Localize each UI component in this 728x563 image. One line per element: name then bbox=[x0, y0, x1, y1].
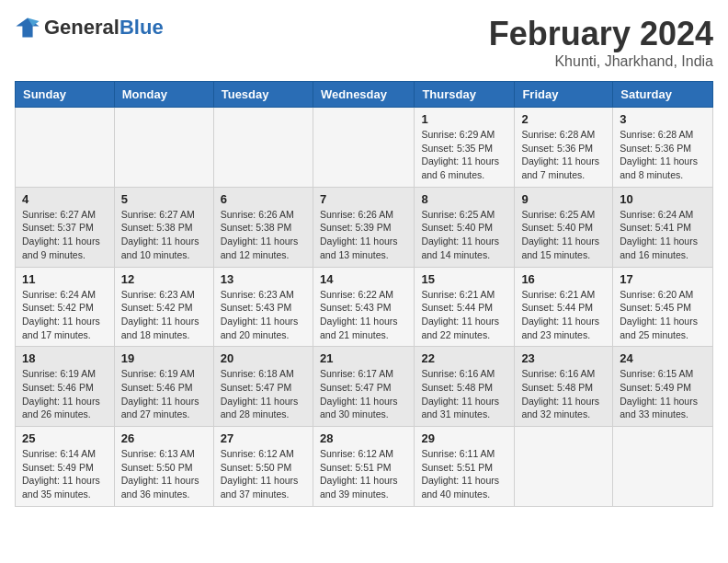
calendar-week-row: 4Sunrise: 6:27 AM Sunset: 5:37 PM Daylig… bbox=[16, 187, 713, 267]
day-info: Sunrise: 6:18 AM Sunset: 5:47 PM Dayligh… bbox=[221, 367, 306, 421]
day-info: Sunrise: 6:19 AM Sunset: 5:46 PM Dayligh… bbox=[22, 367, 108, 421]
calendar-cell bbox=[114, 108, 213, 188]
day-number: 26 bbox=[121, 431, 207, 445]
day-info: Sunrise: 6:23 AM Sunset: 5:43 PM Dayligh… bbox=[221, 288, 306, 342]
day-info: Sunrise: 6:11 AM Sunset: 5:51 PM Dayligh… bbox=[421, 447, 507, 501]
day-info: Sunrise: 6:21 AM Sunset: 5:44 PM Dayligh… bbox=[521, 288, 606, 342]
day-info: Sunrise: 6:27 AM Sunset: 5:38 PM Dayligh… bbox=[121, 208, 207, 262]
day-info: Sunrise: 6:12 AM Sunset: 5:51 PM Dayligh… bbox=[320, 447, 407, 501]
day-info: Sunrise: 6:26 AM Sunset: 5:38 PM Dayligh… bbox=[221, 208, 306, 262]
calendar-cell: 11Sunrise: 6:24 AM Sunset: 5:42 PM Dayli… bbox=[16, 267, 115, 347]
day-number: 1 bbox=[421, 112, 507, 126]
day-info: Sunrise: 6:19 AM Sunset: 5:46 PM Dayligh… bbox=[121, 367, 207, 421]
day-info: Sunrise: 6:24 AM Sunset: 5:42 PM Dayligh… bbox=[22, 288, 108, 342]
day-info: Sunrise: 6:27 AM Sunset: 5:37 PM Dayligh… bbox=[22, 208, 108, 262]
day-number: 11 bbox=[22, 272, 108, 286]
calendar-cell: 6Sunrise: 6:26 AM Sunset: 5:38 PM Daylig… bbox=[213, 187, 313, 267]
day-info: Sunrise: 6:25 AM Sunset: 5:40 PM Dayligh… bbox=[421, 208, 507, 262]
calendar-cell bbox=[515, 427, 613, 507]
day-number: 7 bbox=[320, 192, 407, 206]
day-info: Sunrise: 6:12 AM Sunset: 5:50 PM Dayligh… bbox=[221, 447, 306, 501]
day-number: 12 bbox=[121, 272, 207, 286]
day-info: Sunrise: 6:15 AM Sunset: 5:49 PM Dayligh… bbox=[620, 367, 706, 421]
calendar-header-tuesday: Tuesday bbox=[213, 82, 313, 108]
calendar-cell: 20Sunrise: 6:18 AM Sunset: 5:47 PM Dayli… bbox=[213, 347, 313, 427]
day-info: Sunrise: 6:22 AM Sunset: 5:43 PM Dayligh… bbox=[320, 288, 407, 342]
day-number: 24 bbox=[620, 351, 706, 365]
day-number: 3 bbox=[620, 112, 706, 126]
calendar-cell: 23Sunrise: 6:16 AM Sunset: 5:48 PM Dayli… bbox=[515, 347, 613, 427]
logo-text: GeneralBlue bbox=[44, 17, 164, 39]
calendar-header-sunday: Sunday bbox=[16, 82, 115, 108]
calendar-cell: 15Sunrise: 6:21 AM Sunset: 5:44 PM Dayli… bbox=[415, 267, 515, 347]
day-info: Sunrise: 6:14 AM Sunset: 5:49 PM Dayligh… bbox=[22, 447, 108, 501]
calendar-cell: 18Sunrise: 6:19 AM Sunset: 5:46 PM Dayli… bbox=[16, 347, 115, 427]
calendar-cell: 4Sunrise: 6:27 AM Sunset: 5:37 PM Daylig… bbox=[16, 187, 115, 267]
calendar-week-row: 18Sunrise: 6:19 AM Sunset: 5:46 PM Dayli… bbox=[16, 347, 713, 427]
logo: GeneralBlue bbox=[15, 15, 164, 40]
calendar-cell: 27Sunrise: 6:12 AM Sunset: 5:50 PM Dayli… bbox=[213, 427, 313, 507]
day-number: 9 bbox=[521, 192, 606, 206]
day-number: 5 bbox=[121, 192, 207, 206]
day-number: 22 bbox=[421, 351, 507, 365]
calendar-header-saturday: Saturday bbox=[613, 82, 713, 108]
day-number: 23 bbox=[521, 351, 606, 365]
calendar-cell: 10Sunrise: 6:24 AM Sunset: 5:41 PM Dayli… bbox=[613, 187, 713, 267]
calendar-cell bbox=[16, 108, 115, 188]
calendar-cell: 21Sunrise: 6:17 AM Sunset: 5:47 PM Dayli… bbox=[313, 347, 414, 427]
calendar-cell: 2Sunrise: 6:28 AM Sunset: 5:36 PM Daylig… bbox=[515, 108, 613, 188]
day-number: 18 bbox=[22, 351, 108, 365]
day-info: Sunrise: 6:13 AM Sunset: 5:50 PM Dayligh… bbox=[121, 447, 207, 501]
calendar-cell: 24Sunrise: 6:15 AM Sunset: 5:49 PM Dayli… bbox=[613, 347, 713, 427]
day-info: Sunrise: 6:25 AM Sunset: 5:40 PM Dayligh… bbox=[521, 208, 606, 262]
day-number: 2 bbox=[521, 112, 606, 126]
day-number: 21 bbox=[320, 351, 407, 365]
calendar-cell: 14Sunrise: 6:22 AM Sunset: 5:43 PM Dayli… bbox=[313, 267, 414, 347]
day-number: 8 bbox=[421, 192, 507, 206]
day-number: 4 bbox=[22, 192, 108, 206]
calendar-header-thursday: Thursday bbox=[415, 82, 515, 108]
calendar-week-row: 25Sunrise: 6:14 AM Sunset: 5:49 PM Dayli… bbox=[16, 427, 713, 507]
calendar-cell: 9Sunrise: 6:25 AM Sunset: 5:40 PM Daylig… bbox=[515, 187, 613, 267]
day-info: Sunrise: 6:16 AM Sunset: 5:48 PM Dayligh… bbox=[521, 367, 606, 421]
day-number: 16 bbox=[521, 272, 606, 286]
day-number: 6 bbox=[221, 192, 306, 206]
calendar-cell bbox=[313, 108, 414, 188]
calendar-week-row: 1Sunrise: 6:29 AM Sunset: 5:35 PM Daylig… bbox=[16, 108, 713, 188]
day-info: Sunrise: 6:17 AM Sunset: 5:47 PM Dayligh… bbox=[320, 367, 407, 421]
day-info: Sunrise: 6:26 AM Sunset: 5:39 PM Dayligh… bbox=[320, 208, 407, 262]
calendar-header-friday: Friday bbox=[515, 82, 613, 108]
day-number: 25 bbox=[22, 431, 108, 445]
calendar-week-row: 11Sunrise: 6:24 AM Sunset: 5:42 PM Dayli… bbox=[16, 267, 713, 347]
calendar-cell: 26Sunrise: 6:13 AM Sunset: 5:50 PM Dayli… bbox=[114, 427, 213, 507]
page-subtitle: Khunti, Jharkhand, India bbox=[489, 53, 713, 70]
calendar-cell: 5Sunrise: 6:27 AM Sunset: 5:38 PM Daylig… bbox=[114, 187, 213, 267]
header: GeneralBlue February 2024 Khunti, Jharkh… bbox=[15, 15, 713, 70]
calendar-cell: 22Sunrise: 6:16 AM Sunset: 5:48 PM Dayli… bbox=[415, 347, 515, 427]
calendar-cell: 8Sunrise: 6:25 AM Sunset: 5:40 PM Daylig… bbox=[415, 187, 515, 267]
calendar-header-monday: Monday bbox=[114, 82, 213, 108]
logo-bird-icon bbox=[15, 15, 40, 40]
calendar-cell bbox=[213, 108, 313, 188]
calendar-cell: 7Sunrise: 6:26 AM Sunset: 5:39 PM Daylig… bbox=[313, 187, 414, 267]
calendar-cell: 1Sunrise: 6:29 AM Sunset: 5:35 PM Daylig… bbox=[415, 108, 515, 188]
calendar-header-row: SundayMondayTuesdayWednesdayThursdayFrid… bbox=[16, 82, 713, 108]
calendar-cell: 25Sunrise: 6:14 AM Sunset: 5:49 PM Dayli… bbox=[16, 427, 115, 507]
calendar-header-wednesday: Wednesday bbox=[313, 82, 414, 108]
calendar-table: SundayMondayTuesdayWednesdayThursdayFrid… bbox=[15, 81, 713, 507]
day-number: 28 bbox=[320, 431, 407, 445]
day-info: Sunrise: 6:21 AM Sunset: 5:44 PM Dayligh… bbox=[421, 288, 507, 342]
day-number: 10 bbox=[620, 192, 706, 206]
day-info: Sunrise: 6:20 AM Sunset: 5:45 PM Dayligh… bbox=[620, 288, 706, 342]
day-number: 27 bbox=[221, 431, 306, 445]
day-number: 13 bbox=[221, 272, 306, 286]
day-info: Sunrise: 6:16 AM Sunset: 5:48 PM Dayligh… bbox=[421, 367, 507, 421]
calendar-cell: 13Sunrise: 6:23 AM Sunset: 5:43 PM Dayli… bbox=[213, 267, 313, 347]
calendar-cell: 29Sunrise: 6:11 AM Sunset: 5:51 PM Dayli… bbox=[415, 427, 515, 507]
calendar-cell bbox=[613, 427, 713, 507]
day-number: 17 bbox=[620, 272, 706, 286]
day-info: Sunrise: 6:23 AM Sunset: 5:42 PM Dayligh… bbox=[121, 288, 207, 342]
day-info: Sunrise: 6:29 AM Sunset: 5:35 PM Dayligh… bbox=[421, 128, 507, 182]
calendar-cell: 19Sunrise: 6:19 AM Sunset: 5:46 PM Dayli… bbox=[114, 347, 213, 427]
day-number: 15 bbox=[421, 272, 507, 286]
